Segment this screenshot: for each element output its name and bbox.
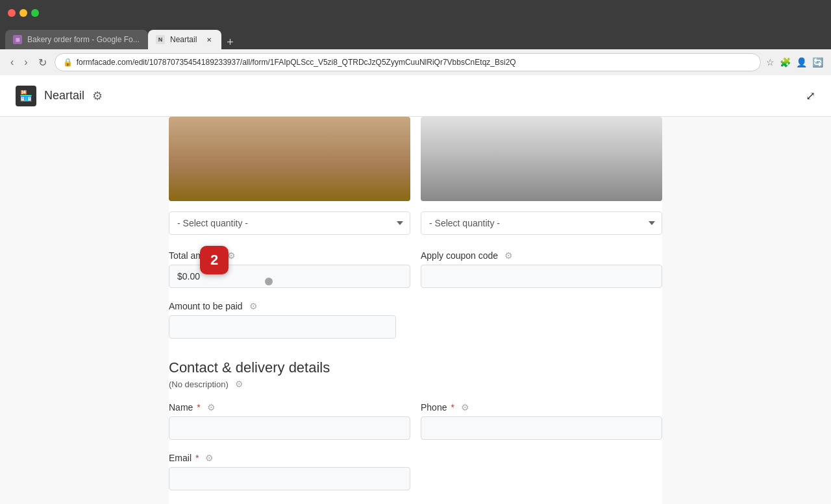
reload-button[interactable]: ↻	[36, 54, 49, 71]
product-image-right	[421, 117, 662, 201]
settings-icon[interactable]: ⚙	[92, 89, 103, 103]
email-label: Email * ⚙	[169, 453, 410, 463]
app-title: Neartail	[44, 89, 84, 102]
app-header-left: 🏪 Neartail ⚙	[16, 86, 103, 106]
address-bar-row: ‹ › ↻ 🔒 formfacade.com/edit/107870735454…	[0, 49, 831, 75]
browser-action-icons: ☆ 🧩 👤 🔄	[766, 57, 823, 67]
extensions-icon[interactable]: 🧩	[780, 57, 791, 67]
share-icon[interactable]: ⤢	[806, 89, 815, 103]
dropdowns-row: - Select quantity - - Select quantity -	[169, 211, 662, 235]
product-image-left-container	[169, 117, 410, 201]
section-heading: Contact & delivery details	[169, 354, 662, 376]
traffic-lights	[8, 9, 39, 17]
amount-to-be-paid-input[interactable]	[169, 315, 396, 339]
tab-favicon-neartail: N	[156, 35, 165, 44]
maximize-button[interactable]	[31, 9, 39, 17]
phone-group: Phone * ⚙	[421, 402, 662, 440]
name-input[interactable]	[169, 416, 410, 440]
tab-label-neartail: Neartail	[170, 35, 197, 44]
email-group: Email * ⚙	[169, 453, 410, 490]
tabs-bar: ⊞ Bakery order form - Google Fo... ✕ N N…	[0, 26, 831, 49]
tab-favicon-bakery: ⊞	[13, 35, 22, 44]
name-required: *	[197, 402, 200, 413]
name-phone-row: Name * ⚙ Phone * ⚙	[169, 402, 662, 440]
phone-label: Phone * ⚙	[421, 402, 662, 413]
lock-icon: 🔒	[63, 58, 73, 67]
title-bar	[0, 0, 831, 26]
address-bar[interactable]: 🔒 formfacade.com/edit/107870735454189233…	[55, 53, 761, 71]
name-gear[interactable]: ⚙	[207, 402, 216, 413]
apply-coupon-gear[interactable]: ⚙	[504, 250, 513, 261]
address-text: formfacade.com/edit/10787073545418923393…	[77, 58, 516, 67]
phone-input[interactable]	[421, 416, 662, 440]
tab-close-neartail[interactable]: ✕	[205, 35, 214, 44]
back-button[interactable]: ‹	[8, 54, 16, 71]
app-header: 🏪 Neartail ⚙ ⤢	[0, 75, 831, 117]
close-button[interactable]	[8, 9, 16, 17]
email-required: *	[195, 453, 199, 463]
minimize-button[interactable]	[19, 9, 27, 17]
contact-delivery-section: Contact & delivery details (No descripti…	[169, 354, 662, 504]
amount-gear[interactable]: ⚙	[249, 301, 258, 311]
step-badge-2: 2	[200, 246, 229, 274]
name-label: Name * ⚙	[169, 402, 410, 413]
amount-to-be-paid-label: Amount to be paid ⚙	[169, 301, 662, 311]
apply-coupon-input[interactable]	[421, 265, 662, 288]
phone-gear[interactable]: ⚙	[461, 402, 469, 413]
forward-button[interactable]: ›	[21, 54, 30, 71]
product-image-right-container	[421, 117, 662, 201]
quantity-select-left[interactable]: - Select quantity -	[169, 211, 410, 235]
total-coupon-row: Total amount ⚙ Apply coupon code ⚙	[169, 250, 662, 288]
email-gear[interactable]: ⚙	[205, 453, 214, 463]
profile-icon[interactable]: 👤	[796, 57, 807, 67]
section-description: (No description) ⚙	[169, 379, 662, 389]
email-input[interactable]	[169, 467, 410, 490]
star-icon[interactable]: ☆	[766, 57, 775, 67]
browser-chrome: ⊞ Bakery order form - Google Fo... ✕ N N…	[0, 0, 831, 504]
tab-neartail[interactable]: N Neartail ✕	[148, 30, 221, 49]
sync-icon[interactable]: 🔄	[812, 57, 823, 67]
main-content: - Select quantity - - Select quantity - …	[169, 117, 662, 504]
tab-label-bakery: Bakery order form - Google Fo...	[27, 35, 140, 44]
phone-required: *	[451, 402, 454, 413]
product-images-row	[169, 117, 662, 211]
amount-to-be-paid-section: Amount to be paid ⚙	[169, 301, 662, 339]
tab-bakery[interactable]: ⊞ Bakery order form - Google Fo... ✕	[5, 30, 148, 49]
quantity-select-right[interactable]: - Select quantity -	[421, 211, 662, 235]
product-image-left	[169, 117, 410, 201]
apply-coupon-label: Apply coupon code ⚙	[421, 250, 662, 261]
apply-coupon-group: Apply coupon code ⚙	[421, 250, 662, 288]
name-group: Name * ⚙	[169, 402, 410, 440]
section-gear[interactable]: ⚙	[235, 379, 243, 389]
total-amount-gear[interactable]: ⚙	[227, 250, 236, 261]
email-row: Email * ⚙	[169, 453, 662, 490]
store-icon: 🏪	[16, 86, 36, 106]
new-tab-button[interactable]: +	[221, 36, 239, 49]
